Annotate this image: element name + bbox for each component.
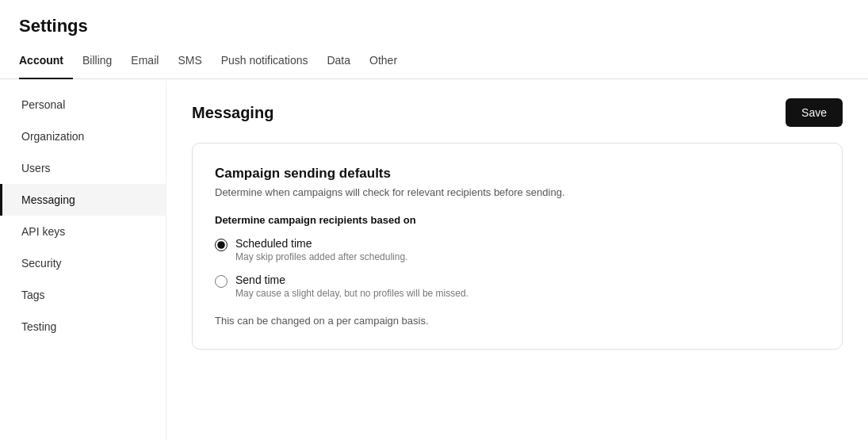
radio-option-scheduled-time: Scheduled time May skip profiles added a… xyxy=(215,237,820,262)
top-nav-item-data[interactable]: Data xyxy=(317,43,360,79)
radio-scheduled-time-sublabel: May skip profiles added after scheduling… xyxy=(235,251,407,262)
radio-option-send-time: Send time May cause a slight delay, but … xyxy=(215,274,820,299)
section-title: Messaging xyxy=(192,104,273,122)
campaign-defaults-card: Campaign sending defaults Determine when… xyxy=(192,143,843,350)
main-panel: Messaging Save Campaign sending defaults… xyxy=(166,79,868,440)
radio-send-time-label: Send time xyxy=(235,274,468,286)
top-nav-item-account[interactable]: Account xyxy=(19,43,73,79)
sidebar-item-api-keys[interactable]: API keys xyxy=(0,216,166,247)
top-nav-item-push-notifications[interactable]: Push notifications xyxy=(212,43,318,79)
page-title: Settings xyxy=(0,0,868,36)
sidebar-item-tags[interactable]: Tags xyxy=(0,279,166,311)
top-nav-item-billing[interactable]: Billing xyxy=(73,43,121,79)
card-note: This can be changed on a per campaign ba… xyxy=(215,315,820,327)
main-header: Messaging Save xyxy=(192,98,843,127)
radio-group: Scheduled time May skip profiles added a… xyxy=(215,237,820,299)
sidebar-item-security[interactable]: Security xyxy=(0,247,166,279)
content-area: Personal Organization Users Messaging AP… xyxy=(0,79,868,440)
sidebar: Personal Organization Users Messaging AP… xyxy=(0,79,166,440)
save-button[interactable]: Save xyxy=(786,98,843,127)
sidebar-item-testing[interactable]: Testing xyxy=(0,311,166,342)
sidebar-item-personal[interactable]: Personal xyxy=(0,89,166,121)
top-nav-item-other[interactable]: Other xyxy=(360,43,407,79)
card-description: Determine when campaigns will check for … xyxy=(215,186,820,198)
sidebar-item-users[interactable]: Users xyxy=(0,152,166,184)
top-navigation: Account Billing Email SMS Push notificat… xyxy=(0,43,868,79)
sidebar-item-messaging[interactable]: Messaging xyxy=(0,184,166,216)
radio-scheduled-time[interactable] xyxy=(215,239,228,251)
radio-send-time-sublabel: May cause a slight delay, but no profile… xyxy=(235,288,468,299)
section-label: Determine campaign recipients based on xyxy=(215,214,820,226)
radio-send-time[interactable] xyxy=(215,275,228,288)
card-title: Campaign sending defaults xyxy=(215,166,820,182)
radio-scheduled-time-label: Scheduled time xyxy=(235,237,407,250)
top-nav-item-email[interactable]: Email xyxy=(121,43,168,79)
sidebar-item-organization[interactable]: Organization xyxy=(0,121,166,152)
top-nav-item-sms[interactable]: SMS xyxy=(168,43,211,79)
